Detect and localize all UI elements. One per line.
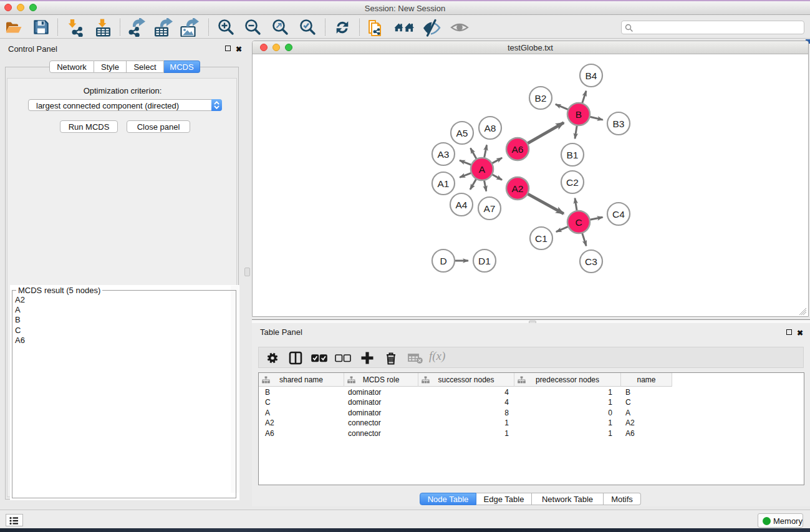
svg-text:C2: C2 (566, 177, 579, 188)
svg-text:A8: A8 (485, 123, 496, 133)
svg-text:A6: A6 (512, 144, 524, 155)
svg-text:A4: A4 (456, 200, 468, 210)
svg-text:C4: C4 (612, 209, 625, 220)
svg-text:B4: B4 (586, 70, 597, 81)
svg-text:C1: C1 (535, 233, 547, 244)
svg-text:B2: B2 (535, 93, 547, 104)
svg-text:A1: A1 (438, 178, 450, 189)
svg-text:B1: B1 (567, 150, 579, 160)
svg-text:B: B (576, 109, 582, 120)
svg-text:B3: B3 (613, 118, 625, 129)
svg-text:A5: A5 (456, 128, 468, 138)
svg-text:A3: A3 (438, 149, 450, 160)
svg-text:A7: A7 (484, 203, 496, 214)
svg-text:A2: A2 (512, 183, 524, 194)
svg-text:C: C (575, 217, 582, 228)
svg-text:C3: C3 (585, 256, 597, 267)
svg-text:D1: D1 (478, 256, 491, 266)
svg-text:A: A (479, 164, 486, 175)
svg-text:D: D (440, 256, 446, 266)
